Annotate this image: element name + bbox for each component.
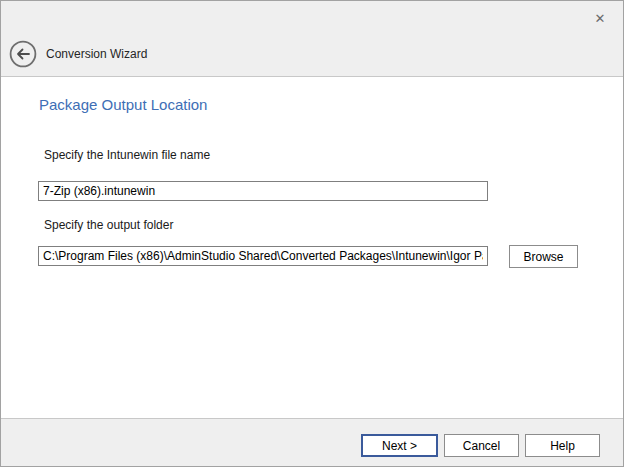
next-button[interactable]: Next > <box>361 434 438 457</box>
wizard-title: Conversion Wizard <box>46 47 147 61</box>
back-arrow-icon <box>9 56 37 71</box>
conversion-wizard-dialog: Conversion Wizard ✕ Package Output Locat… <box>0 0 624 467</box>
close-icon: ✕ <box>595 11 606 26</box>
back-button[interactable] <box>9 40 37 68</box>
close-button[interactable]: ✕ <box>589 8 611 28</box>
output-folder-label: Specify the output folder <box>44 218 173 232</box>
wizard-header: Conversion Wizard <box>1 1 623 77</box>
browse-button[interactable]: Browse <box>509 245 578 268</box>
output-folder-input[interactable] <box>38 246 488 266</box>
help-button[interactable]: Help <box>525 434 600 457</box>
page-title: Package Output Location <box>39 96 207 113</box>
cancel-button[interactable]: Cancel <box>444 434 519 457</box>
intunewin-file-name-label: Specify the Intunewin file name <box>44 148 210 162</box>
intunewin-file-name-input[interactable] <box>38 181 488 201</box>
